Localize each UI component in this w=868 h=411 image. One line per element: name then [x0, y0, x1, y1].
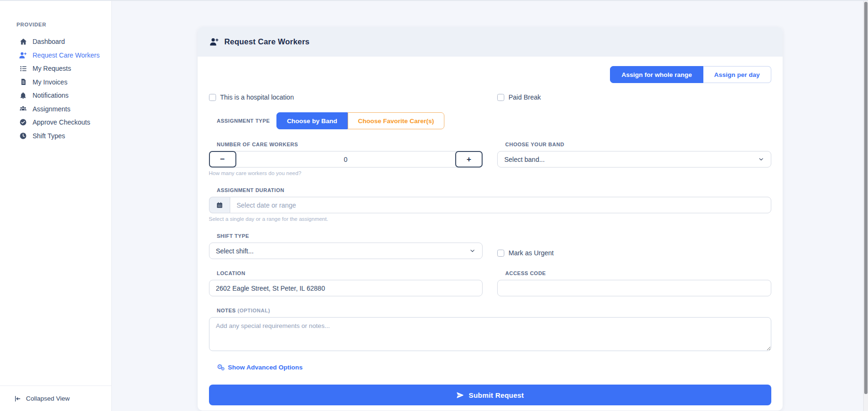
care-workers-helper: How many care workers do you need?: [209, 170, 483, 176]
sidebar-item-label: Assignments: [33, 105, 70, 113]
sidebar: PROVIDER Dashboard Request Care Workers …: [0, 1, 112, 411]
invoice-icon: [19, 78, 27, 86]
submit-request-label: Submit Request: [469, 391, 524, 399]
sidebar-item-label: Dashboard: [33, 38, 65, 45]
scrollbar[interactable]: [863, 1, 868, 411]
collapse-view-label: Collapsed View: [26, 395, 70, 402]
list-icon: [19, 64, 27, 73]
sidebar-item-request-care-workers[interactable]: Request Care Workers: [0, 49, 111, 62]
chevron-down-icon: [758, 156, 764, 162]
main-content: Request Care Workers Assign for whole ra…: [112, 1, 868, 411]
sidebar-item-dashboard[interactable]: Dashboard: [0, 35, 111, 49]
send-icon: [456, 391, 464, 399]
checkbox-label: Mark as Urgent: [509, 249, 554, 257]
sidebar-item-assignments[interactable]: Assignments: [0, 102, 111, 116]
duration-field: ASSIGNMENT DURATION Select a single day …: [209, 187, 771, 222]
assign-mode-toggle: Assign for whole range Assign per day: [610, 66, 771, 83]
checkbox-label: Paid Break: [509, 93, 541, 101]
assignment-type-label: ASSIGNMENT TYPE: [217, 118, 270, 124]
notes-textarea[interactable]: [209, 317, 771, 351]
duration-input[interactable]: [230, 197, 771, 213]
sidebar-item-label: Approve Checkouts: [33, 118, 90, 126]
person-add-icon: [19, 51, 27, 59]
sidebar-item-notifications[interactable]: Notifications: [0, 89, 111, 102]
assignment-type-toggle: Choose by Band Choose Favorite Carer(s): [276, 112, 444, 129]
paid-break-checkbox[interactable]: Paid Break: [497, 93, 541, 101]
page-title: Request Care Workers: [225, 37, 310, 46]
hospital-location-checkbox[interactable]: This is a hospital location: [209, 93, 294, 101]
care-workers-label: NUMBER OF CARE WORKERS: [217, 142, 483, 147]
band-label: CHOOSE YOUR BAND: [505, 142, 771, 147]
card-header: Request Care Workers: [198, 27, 783, 57]
advanced-options-label: Show Advanced Options: [228, 364, 303, 371]
calendar-button[interactable]: [209, 197, 230, 213]
access-code-label: ACCESS CODE: [505, 270, 771, 276]
sidebar-item-my-requests[interactable]: My Requests: [0, 62, 111, 75]
sidebar-item-shift-types[interactable]: Shift Types: [0, 129, 111, 143]
request-care-workers-card: Request Care Workers Assign for whole ra…: [198, 27, 783, 411]
care-workers-stepper: 0 − +: [209, 151, 483, 168]
shift-type-field: SHIFT TYPE Select shift...: [209, 233, 483, 259]
gears-icon: ⚙⚙: [217, 363, 224, 371]
band-field: CHOOSE YOUR BAND Select band...: [497, 142, 771, 176]
assign-whole-range-button[interactable]: Assign for whole range: [610, 66, 703, 83]
duration-helper: Select a single day or a range for the a…: [209, 216, 771, 222]
checkbox-label: This is a hospital location: [220, 93, 294, 101]
sidebar-item-approve-checkouts[interactable]: Approve Checkouts: [0, 116, 111, 129]
checkbox-box[interactable]: [497, 250, 504, 257]
location-field: LOCATION: [209, 270, 483, 296]
person-add-icon: [209, 37, 219, 47]
sidebar-item-label: My Invoices: [33, 78, 67, 86]
home-icon: [19, 37, 27, 46]
scrollbar-thumb[interactable]: [864, 2, 868, 394]
sidebar-item-label: Notifications: [33, 92, 68, 99]
shift-select-value: Select shift...: [216, 247, 254, 255]
urgent-field: Mark as Urgent: [497, 233, 771, 259]
show-advanced-options-link[interactable]: ⚙⚙ Show Advanced Options: [217, 363, 303, 371]
choose-by-band-button[interactable]: Choose by Band: [276, 112, 348, 129]
mark-urgent-checkbox[interactable]: Mark as Urgent: [497, 249, 554, 257]
calendar-icon: [216, 201, 223, 209]
check-circle-icon: [19, 118, 27, 126]
clock-icon: [19, 132, 27, 140]
increment-button[interactable]: +: [455, 151, 483, 168]
submit-request-button[interactable]: Submit Request: [209, 385, 771, 405]
collapse-icon: [14, 395, 21, 403]
care-workers-field: NUMBER OF CARE WORKERS 0 − + How many ca…: [209, 142, 483, 176]
checkbox-box[interactable]: [497, 94, 504, 101]
bell-icon: [19, 91, 27, 100]
notes-label: NOTES (OPTIONAL): [217, 308, 771, 313]
app-window: PROVIDER Dashboard Request Care Workers …: [0, 0, 868, 411]
access-code-input[interactable]: [497, 280, 771, 296]
band-select-value: Select band...: [504, 156, 545, 163]
care-workers-value[interactable]: 0: [209, 151, 483, 168]
chevron-down-icon: [469, 248, 476, 254]
collapse-view-button[interactable]: Collapsed View: [0, 386, 111, 411]
shift-select[interactable]: Select shift...: [209, 243, 483, 259]
sidebar-item-label: Request Care Workers: [33, 51, 100, 59]
sidebar-item-label: Shift Types: [33, 132, 65, 140]
sidebar-nav: Dashboard Request Care Workers My Reques…: [0, 35, 111, 143]
notes-field: NOTES (OPTIONAL): [209, 308, 771, 353]
assign-per-day-button[interactable]: Assign per day: [703, 66, 771, 83]
sidebar-section-label: PROVIDER: [17, 22, 111, 27]
location-input[interactable]: [209, 280, 483, 296]
duration-label: ASSIGNMENT DURATION: [217, 187, 771, 193]
access-code-field: ACCESS CODE: [497, 270, 771, 296]
users-icon: [19, 105, 27, 113]
band-select[interactable]: Select band...: [497, 151, 771, 168]
shift-type-label: SHIFT TYPE: [217, 233, 483, 239]
location-label: LOCATION: [217, 270, 483, 276]
checkbox-box[interactable]: [209, 94, 216, 101]
sidebar-item-label: My Requests: [33, 65, 71, 72]
choose-favorite-carers-button[interactable]: Choose Favorite Carer(s): [348, 112, 444, 129]
decrement-button[interactable]: −: [209, 151, 236, 168]
card-body: Assign for whole range Assign per day Th…: [198, 57, 783, 411]
notes-optional-label: (OPTIONAL): [237, 308, 270, 313]
sidebar-item-my-invoices[interactable]: My Invoices: [0, 75, 111, 89]
